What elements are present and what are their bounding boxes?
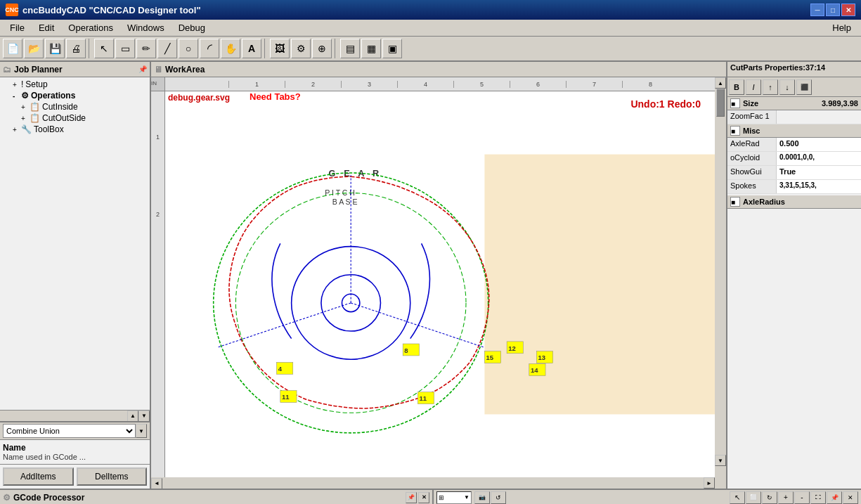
size-label: Size bbox=[743, 99, 758, 108]
showgui-name: ShowGui bbox=[727, 166, 777, 179]
view3d-btn-select[interactable]: ↖ bbox=[730, 491, 745, 504]
tree-item-setup[interactable]: + ! Setup bbox=[1, 79, 148, 90]
prop-sort-asc[interactable]: ↑ bbox=[763, 79, 778, 95]
view3d-toolbar: ⊞▼ 📷 ↺ bbox=[436, 491, 506, 504]
tb-hand-button[interactable]: ✋ bbox=[221, 39, 240, 58]
menu-operations[interactable]: Operations bbox=[61, 21, 120, 34]
add-items-button[interactable]: AddItems bbox=[3, 467, 74, 486]
work-canvas-area[interactable]: IN 1 2 3 4 5 6 7 8 1 2 debug.gear.svg bbox=[151, 77, 726, 489]
tree-label-cutoutside: CutOutSide bbox=[42, 113, 86, 123]
prop-section-toggle-axleradius[interactable]: ■ bbox=[730, 197, 740, 207]
view3d-btn-zoom-fit[interactable]: ⬜ bbox=[746, 491, 761, 504]
axlerad-value: 0.500 bbox=[777, 138, 861, 151]
view3d-pin[interactable]: 📌 bbox=[827, 491, 842, 504]
tb-line-button[interactable]: ╱ bbox=[157, 39, 177, 58]
tree-toggle-toolbox[interactable]: + bbox=[13, 126, 21, 134]
tb-new-button[interactable]: 📄 bbox=[3, 39, 22, 58]
prop-section-misc[interactable]: ■ Misc bbox=[727, 124, 861, 138]
tb-open-button[interactable]: 📂 bbox=[24, 39, 44, 58]
scroll-right-arrow[interactable]: ► bbox=[704, 477, 715, 489]
tree-toggle-setup[interactable]: + bbox=[13, 81, 21, 89]
gcode-close[interactable]: ✕ bbox=[418, 492, 429, 503]
misc-label: Misc bbox=[743, 127, 760, 135]
work-area-scrollbar-h[interactable]: ◄ ► bbox=[151, 477, 715, 489]
prop-extra[interactable]: ⬛ bbox=[796, 79, 812, 95]
tb-image-button[interactable]: 🖼 bbox=[270, 39, 290, 58]
menu-bar: File Edit Operations Windows Debug Help bbox=[0, 20, 861, 37]
prop-section-toggle-misc[interactable]: ■ bbox=[730, 126, 740, 136]
view3d-btn-zoom-out[interactable]: - bbox=[794, 491, 810, 504]
del-items-button[interactable]: DelItems bbox=[77, 467, 148, 486]
view3d-btn-camera[interactable]: 📷 bbox=[474, 491, 490, 504]
tb-save-button[interactable]: 💾 bbox=[45, 39, 65, 58]
combine-select[interactable]: Combine Union Combine Intersection Combi… bbox=[3, 424, 136, 438]
svg-line-11 bbox=[217, 303, 351, 347]
scroll-left-arrow[interactable]: ◄ bbox=[151, 478, 162, 489]
view3d-btn-zoom-in[interactable]: + bbox=[778, 491, 794, 504]
prop-font-italic[interactable]: I bbox=[746, 79, 761, 95]
prop-section-axleradius[interactable]: ■ AxleRadius bbox=[727, 195, 861, 209]
menu-windows[interactable]: Windows bbox=[120, 21, 171, 34]
work-area: 🖥 WorkArea IN 1 2 3 4 5 6 7 8 1 2 bbox=[151, 62, 726, 489]
tree-toggle-cutoutside[interactable]: + bbox=[21, 115, 30, 122]
tb-arc-button[interactable]: ◜ bbox=[200, 39, 219, 58]
maximize-button[interactable]: □ bbox=[826, 4, 840, 16]
menu-help[interactable]: Help bbox=[825, 21, 858, 34]
view3d-btn-fullscreen[interactable]: ⛶ bbox=[810, 491, 826, 504]
size-value: 3.989,3.98 bbox=[822, 99, 858, 108]
prop-section-toggle-size[interactable]: ■ bbox=[730, 98, 740, 108]
tree-toggle-operations[interactable]: - bbox=[13, 92, 21, 100]
tb-extra1-button[interactable]: ▤ bbox=[340, 39, 360, 58]
prop-axlerad-row: AxleRad 0.500 bbox=[727, 138, 861, 152]
ruler-horizontal: 1 2 3 4 5 6 7 8 bbox=[165, 77, 726, 91]
drawing-canvas[interactable]: debug.gear.svg Need Tabs? Undo:1 Redo:0 … bbox=[165, 91, 715, 477]
scroll-down-arrow[interactable]: ▼ bbox=[715, 455, 726, 466]
tree-toggle-cutinside[interactable]: + bbox=[21, 103, 30, 111]
tb-extra2-button[interactable]: ▦ bbox=[361, 39, 381, 58]
tree-item-cutoutside[interactable]: + 📋 CutOutSide bbox=[1, 112, 148, 124]
combine-dropdown-btn[interactable]: ▼ bbox=[136, 424, 147, 438]
view3d-btn-rotate[interactable]: ↺ bbox=[491, 491, 506, 504]
tb-pencil-button[interactable]: ✏ bbox=[136, 39, 156, 58]
undo-redo-overlay: Undo:1 Redo:0 bbox=[630, 98, 701, 110]
tb-crosshair-button[interactable]: ⊕ bbox=[312, 39, 332, 58]
minimize-button[interactable]: ─ bbox=[810, 4, 824, 16]
view3d-dropdown[interactable]: ⊞▼ bbox=[436, 491, 472, 504]
toolbar: 📄 📂 💾 🖨 ↖ ▭ ✏ ╱ ○ ◜ ✋ A 🖼 ⚙ ⊕ ▤ ▦ ▣ bbox=[0, 37, 861, 62]
prop-ocycloid-row: oCycloid 0.0001,0,0, bbox=[727, 152, 861, 166]
tree-scroll-down[interactable]: ▼ bbox=[138, 411, 150, 422]
svg-text:14: 14 bbox=[531, 366, 538, 374]
view3d-btn-rotate2[interactable]: ↻ bbox=[762, 491, 777, 504]
menu-debug[interactable]: Debug bbox=[171, 21, 212, 34]
app-icon: CNC bbox=[6, 4, 18, 16]
scroll-up-arrow[interactable]: ▲ bbox=[715, 77, 726, 89]
work-area-scrollbar-v[interactable]: ▲ ▼ bbox=[715, 77, 726, 477]
tb-print-button[interactable]: 🖨 bbox=[66, 39, 86, 58]
zoom-fac-row: ZoomFac 1 bbox=[727, 110, 861, 124]
gcode-pin[interactable]: 📌 bbox=[406, 492, 417, 503]
menu-file[interactable]: File bbox=[3, 21, 32, 34]
name-label: Name bbox=[3, 443, 147, 453]
tree-item-toolbox[interactable]: + 🔧 ToolBox bbox=[1, 124, 148, 135]
tb-gear-button[interactable]: ⚙ bbox=[291, 39, 311, 58]
tb-circle-button[interactable]: ○ bbox=[179, 39, 198, 58]
tree-item-operations[interactable]: - ⚙ Operations bbox=[1, 90, 148, 101]
tb-extra3-button[interactable]: ▣ bbox=[382, 39, 402, 58]
tb-text-button[interactable]: A bbox=[242, 39, 261, 58]
tb-rect-button[interactable]: ▭ bbox=[115, 39, 135, 58]
window-controls: ─ □ ✕ bbox=[810, 4, 855, 16]
view3d-close[interactable]: ✕ bbox=[843, 491, 858, 504]
tb-select-button[interactable]: ↖ bbox=[94, 39, 114, 58]
svg-text:11: 11 bbox=[282, 393, 290, 401]
scroll-thumb-v[interactable] bbox=[716, 89, 725, 117]
pin-icon[interactable]: 📌 bbox=[138, 65, 147, 73]
prop-section-size[interactable]: ■ Size 3.989,3.98 bbox=[727, 97, 861, 110]
svg-text:15: 15 bbox=[486, 354, 494, 361]
tree-item-cutinside[interactable]: + 📋 CutInside bbox=[1, 101, 148, 112]
close-button[interactable]: ✕ bbox=[841, 4, 855, 16]
action-buttons: AddItems DelItems bbox=[0, 464, 150, 489]
tree-scroll-up[interactable]: ▲ bbox=[127, 411, 138, 422]
prop-sort-desc[interactable]: ↓ bbox=[779, 79, 795, 95]
prop-font-bold[interactable]: B bbox=[729, 79, 744, 95]
menu-edit[interactable]: Edit bbox=[32, 21, 61, 34]
